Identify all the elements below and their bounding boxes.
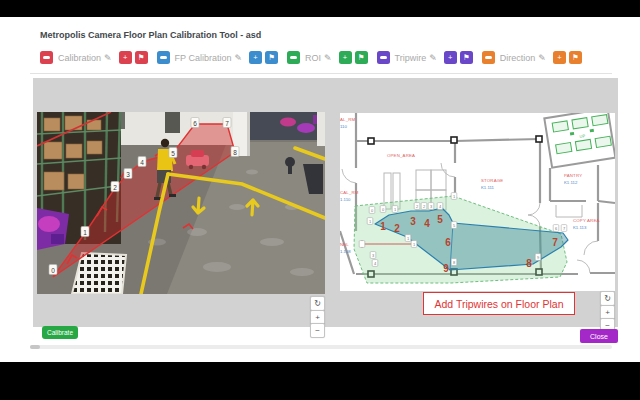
- toolbar-group-tripwire: Tripwire ✎ + ⚑: [377, 51, 473, 64]
- calibration-visibility-icon[interactable]: [40, 51, 53, 64]
- fp-calibration-edit-pencil-icon[interactable]: ✎: [234, 53, 242, 63]
- eye-icon: [160, 56, 167, 59]
- fp-calibration-label: FP Calibration: [175, 53, 232, 63]
- camera-view[interactable]: 012345678: [37, 112, 325, 294]
- camera-panel[interactable]: 012345678: [37, 112, 325, 294]
- svg-text:K1.111: K1.111: [481, 185, 495, 190]
- eye-icon: [290, 56, 297, 59]
- plan-reset-view-button[interactable]: ↻: [600, 291, 615, 306]
- svg-text:3: 3: [410, 216, 416, 227]
- toolbar-group-fp-calibration: FP Calibration ✎ + ⚑: [157, 51, 278, 64]
- app-window: Metropolis Camera Floor Plan Calibration…: [0, 0, 640, 400]
- svg-text:4: 4: [424, 218, 430, 229]
- svg-text:2: 2: [394, 223, 400, 234]
- eye-icon: [380, 56, 387, 59]
- tripwire-add-button[interactable]: +: [444, 51, 457, 64]
- scrollbar-thumb[interactable]: [30, 345, 40, 349]
- calibration-label: Calibration: [58, 53, 101, 63]
- top-black-bar: [0, 0, 640, 17]
- direction-pin-button[interactable]: ⚑: [569, 51, 582, 64]
- beanbag: [297, 123, 315, 133]
- calibration-add-button[interactable]: +: [119, 51, 132, 64]
- camera-reset-view-button[interactable]: ↻: [310, 296, 325, 311]
- tripwire-visibility-icon[interactable]: [377, 51, 390, 64]
- beanbag: [280, 118, 296, 127]
- svg-text:8: 8: [233, 149, 237, 156]
- doorway-center: [165, 112, 180, 133]
- svg-text:2: 2: [113, 184, 117, 191]
- stairs-up-label: UP: [579, 133, 586, 139]
- svg-text:AL_RM: AL_RM: [340, 117, 356, 122]
- eye-icon: [485, 56, 492, 59]
- calibration-edit-pencil-icon[interactable]: ✎: [104, 53, 112, 63]
- calibrate-button[interactable]: Calibrate: [42, 326, 78, 339]
- svg-text:110: 110: [340, 124, 347, 129]
- svg-text:1: 1: [83, 229, 87, 236]
- roi-pin-button[interactable]: ⚑: [355, 51, 368, 64]
- direction-label: Direction: [500, 53, 536, 63]
- tripwire-label: Tripwire: [395, 53, 427, 63]
- toolbar-group-calibration: Calibration ✎ + ⚑: [40, 51, 148, 64]
- svg-text:3: 3: [126, 171, 130, 178]
- svg-text:8: 8: [526, 258, 532, 269]
- floorplan-view[interactable]: UP OPEN_AREASTORAGEK1.111PANTRYK1.112COP…: [340, 113, 615, 291]
- tripwire-edit-pencil-icon[interactable]: ✎: [429, 53, 437, 63]
- page-title: Metropolis Camera Floor Plan Calibration…: [40, 30, 261, 40]
- add-tripwires-banner: Add Tripwires on Floor Plan: [423, 292, 575, 315]
- toolbar-divider: [30, 73, 612, 74]
- roi-edit-pencil-icon[interactable]: ✎: [324, 53, 332, 63]
- tripwire-pin-button[interactable]: ⚑: [460, 51, 473, 64]
- roi-label: ROI: [305, 53, 321, 63]
- svg-text:OPEN_AREA: OPEN_AREA: [387, 153, 415, 158]
- svg-text:6: 6: [193, 120, 197, 127]
- svg-text:4: 4: [140, 159, 144, 166]
- svg-text:1: 1: [380, 221, 386, 232]
- svg-text:COPY AREA: COPY AREA: [573, 218, 600, 223]
- direction-visibility-icon[interactable]: [482, 51, 495, 64]
- svg-text:K1.112: K1.112: [564, 180, 578, 185]
- svg-text:7: 7: [225, 120, 229, 127]
- svg-text:PANTRY: PANTRY: [564, 173, 582, 178]
- toolbar: Calibration ✎ + ⚑ FP Calibration ✎ + ⚑ R…: [40, 51, 591, 64]
- fp-calibration-visibility-icon[interactable]: [157, 51, 170, 64]
- floorplan-panel[interactable]: UP OPEN_AREASTORAGEK1.111PANTRYK1.112COP…: [340, 113, 615, 291]
- horizontal-scrollbar[interactable]: [30, 345, 612, 349]
- bottom-black-bar: [0, 362, 640, 400]
- svg-text:9: 9: [443, 263, 449, 274]
- svg-text:5: 5: [171, 150, 175, 157]
- svg-text:6: 6: [445, 237, 451, 248]
- toolbar-group-roi: ROI ✎ + ⚑: [287, 51, 368, 64]
- svg-text:7: 7: [552, 237, 558, 248]
- direction-edit-pencil-icon[interactable]: ✎: [538, 53, 546, 63]
- svg-text:STORAGE: STORAGE: [481, 178, 503, 183]
- svg-text:1.110: 1.110: [340, 197, 351, 202]
- svg-text:CAL_RM: CAL_RM: [340, 190, 359, 195]
- svg-text:1.108: 1.108: [340, 249, 351, 254]
- direction-add-button[interactable]: +: [553, 51, 566, 64]
- close-button[interactable]: Close: [580, 329, 618, 343]
- roi-add-button[interactable]: +: [339, 51, 352, 64]
- svg-text:NEL: NEL: [340, 242, 349, 247]
- eye-icon: [43, 56, 50, 59]
- camera-zoom-out-button[interactable]: −: [310, 323, 325, 338]
- calibration-pin-button[interactable]: ⚑: [135, 51, 148, 64]
- fp-calibration-add-button[interactable]: +: [249, 51, 262, 64]
- svg-text:5: 5: [437, 214, 443, 225]
- svg-text:K1.113: K1.113: [573, 225, 587, 230]
- svg-text:0: 0: [51, 267, 55, 274]
- toolbar-group-direction: Direction ✎ + ⚑: [482, 51, 582, 64]
- roi-visibility-icon[interactable]: [287, 51, 300, 64]
- plan-stair-room: UP: [544, 113, 615, 168]
- fp-calibration-pin-button[interactable]: ⚑: [265, 51, 278, 64]
